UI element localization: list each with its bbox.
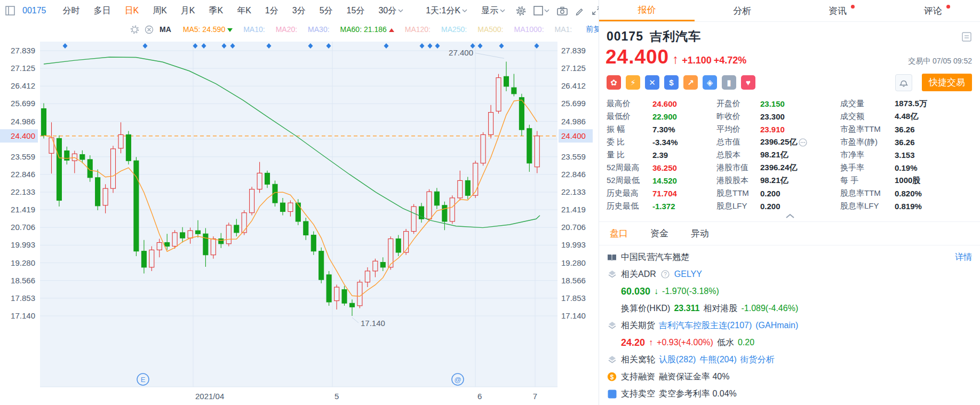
- ma-item: MA60: 21.186: [340, 25, 394, 34]
- info-text: 相关ADR: [621, 269, 656, 280]
- info-row: 支持卖空卖空参考利率 0.04%: [607, 385, 972, 402]
- tab-报价[interactable]: 报价: [599, 0, 695, 21]
- panel-sub-tabs: 盘口资金异动: [599, 221, 980, 245]
- period-nav: 分时多日日K周K月K季K年K1分3分5分15分30分: [56, 5, 411, 17]
- info-text: -1.970(-3.18%): [662, 287, 719, 296]
- help-icon[interactable]: ?: [661, 270, 670, 279]
- stat-value: 36.250: [652, 163, 716, 173]
- draw-pencil-icon[interactable]: [575, 6, 584, 15]
- svg-text:26.412: 26.412: [561, 81, 586, 90]
- svg-text:5: 5: [334, 392, 339, 401]
- svg-text:20.706: 20.706: [561, 223, 586, 232]
- svg-text:19.280: 19.280: [11, 258, 35, 267]
- stat-value: 2396.25亿: [760, 137, 840, 147]
- subtab-异动[interactable]: 异动: [691, 227, 709, 240]
- ma-item: MA1:: [555, 25, 572, 34]
- stat-label: 最低价: [607, 112, 652, 122]
- info-row: 中国民营汽车翘楚详情: [607, 249, 972, 266]
- info-row: 相关ADR?GELYY: [607, 266, 972, 283]
- display-menu[interactable]: 显示: [481, 5, 505, 17]
- stat-label: 港股股本: [716, 176, 760, 186]
- tag-icon[interactable]: ◈: [703, 75, 717, 90]
- stat-value: 14.520: [652, 176, 716, 186]
- hk-flower-icon[interactable]: ✿: [607, 75, 621, 90]
- window-icon[interactable]: [5, 6, 15, 15]
- related-link[interactable]: 认股(282): [659, 354, 696, 366]
- layout-select-icon[interactable]: [533, 6, 549, 15]
- stock-code[interactable]: 00175: [22, 6, 46, 15]
- stat-value: 2396.24亿: [760, 163, 840, 173]
- tab-评论[interactable]: 评论: [885, 0, 980, 21]
- related-link[interactable]: GELYY: [674, 269, 702, 279]
- stat-value: 2.39: [652, 150, 716, 160]
- company-info-icon[interactable]: [961, 31, 972, 42]
- tab-分析[interactable]: 分析: [695, 0, 790, 21]
- stock-title-code: 00175: [607, 29, 643, 44]
- info-text: 60.030: [621, 286, 650, 297]
- detail-link[interactable]: 详情: [955, 252, 972, 263]
- stat-value: -1.372: [652, 201, 716, 211]
- indicator-gear-icon[interactable]: [130, 25, 139, 34]
- period-5分[interactable]: 5分: [320, 5, 333, 17]
- related-link[interactable]: 牛熊(204): [699, 354, 736, 366]
- period-1分[interactable]: 1分: [265, 5, 278, 17]
- indicator-close-icon[interactable]: [145, 25, 154, 34]
- tab-资讯[interactable]: 资讯: [790, 0, 886, 21]
- svg-text:19.993: 19.993: [11, 240, 35, 249]
- period-多日[interactable]: 多日: [94, 5, 111, 17]
- svg-text:17.853: 17.853: [561, 293, 586, 303]
- stat-label: 股息率LFY: [840, 201, 895, 211]
- collapse-chevron-icon[interactable]: [599, 211, 980, 219]
- svg-text:18.566: 18.566: [561, 276, 586, 285]
- period-周K[interactable]: 周K: [153, 5, 167, 17]
- bookmark-icon[interactable]: ▮: [722, 75, 736, 90]
- ma-legend: MA MA5: 24.590MA10:MA20:MA30:MA60: 21.18…: [0, 21, 599, 37]
- composite-period-select[interactable]: 1天:1分K: [426, 5, 467, 17]
- related-info-rows: 中国民营汽车翘楚详情相关ADR?GELYY60.030↓-1.970(-3.18…: [599, 245, 980, 402]
- period-分时[interactable]: 分时: [63, 5, 80, 17]
- stat-value: 71.704: [652, 188, 716, 198]
- svg-text:22.133: 22.133: [11, 187, 35, 196]
- stat-label: 52周最低: [607, 176, 652, 186]
- subtab-资金[interactable]: 资金: [650, 227, 668, 240]
- settings-gear-icon[interactable]: [516, 6, 526, 16]
- ma-item: MA10:: [243, 25, 265, 34]
- trend-icon[interactable]: ↗: [683, 75, 698, 90]
- period-年K[interactable]: 年K: [237, 5, 251, 17]
- ma-indicator-label[interactable]: MA: [160, 25, 171, 34]
- alert-bell-icon[interactable]: [895, 74, 912, 91]
- related-link[interactable]: 街货分析: [740, 354, 775, 366]
- ma-item: MA500:: [477, 25, 503, 34]
- dollar-icon[interactable]: $: [664, 75, 679, 90]
- info-text: 相关窝轮: [621, 354, 655, 366]
- candlestick-chart[interactable]: 2021/0456727.83927.83927.12527.12526.412…: [0, 37, 599, 405]
- info-text: 换算价(HKD): [621, 303, 670, 314]
- svg-text:24.986: 24.986: [11, 117, 35, 126]
- current-price: 24.400: [605, 46, 669, 68]
- period-月K[interactable]: 月K: [181, 5, 195, 17]
- quick-trade-button[interactable]: 快捷交易: [922, 74, 972, 91]
- ellipsis-circle-icon[interactable]: [799, 138, 807, 147]
- stat-label: 市盈率TTM: [840, 124, 895, 134]
- period-日K[interactable]: 日K: [125, 5, 139, 17]
- stat-label: 成交量: [840, 99, 895, 109]
- stat-value: 22.900: [652, 112, 716, 122]
- subtab-盘口[interactable]: 盘口: [610, 227, 628, 240]
- lightning-icon[interactable]: ⚡: [626, 75, 640, 90]
- related-link[interactable]: 吉利汽车控股主连(2107): [659, 320, 752, 331]
- related-link[interactable]: (GAHmain): [755, 321, 798, 330]
- period-3分[interactable]: 3分: [292, 5, 306, 17]
- period-15分[interactable]: 15分: [347, 5, 365, 17]
- heart-icon[interactable]: ♥: [741, 75, 755, 90]
- period-30分[interactable]: 30分: [378, 5, 403, 17]
- panel-tabs: 报价分析资讯评论: [599, 0, 980, 22]
- svg-text:24.986: 24.986: [561, 117, 586, 126]
- period-季K[interactable]: 季K: [209, 5, 224, 17]
- stat-label: 港股市值: [716, 163, 760, 173]
- screenshot-camera-icon[interactable]: [557, 6, 568, 15]
- info-row: 24.20↑+0.93(+4.00%)低水0.20: [607, 334, 972, 351]
- svg-text:21.419: 21.419: [561, 205, 586, 214]
- exchange-icon[interactable]: ✕: [645, 75, 659, 90]
- svg-text:27.839: 27.839: [561, 46, 586, 55]
- top-toolbar: 00175 分时多日日K周K月K季K年K1分3分5分15分30分 1天:1分K …: [0, 0, 599, 22]
